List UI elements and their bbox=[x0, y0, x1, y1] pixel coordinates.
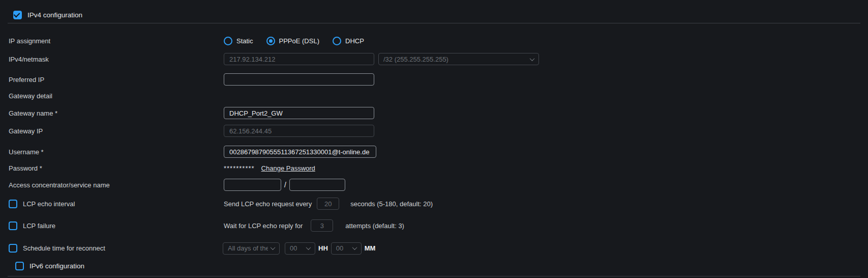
ipv6-section-row: IPv6 configuration bbox=[0, 260, 868, 271]
gateway-name-label: Gateway name * bbox=[9, 109, 57, 117]
lcp-failure-label: LCP failure bbox=[23, 222, 55, 230]
dhcp-radio-icon[interactable] bbox=[333, 37, 341, 45]
username-row: Username * bbox=[0, 146, 868, 158]
service-name-input[interactable] bbox=[289, 179, 345, 191]
ipv4-configuration-checkbox[interactable] bbox=[13, 11, 22, 19]
lcp-failure-checkbox[interactable] bbox=[9, 221, 17, 230]
static-radio-icon[interactable] bbox=[224, 37, 232, 45]
chevron-down-icon bbox=[271, 245, 276, 250]
pppoe-radio-icon[interactable] bbox=[266, 37, 275, 45]
gateway-name-row: Gateway name * bbox=[0, 107, 868, 119]
divider bbox=[8, 23, 860, 23]
lcp-failure-attempts-input bbox=[311, 219, 333, 232]
chevron-down-icon bbox=[306, 245, 311, 250]
ip-assignment-row: IP assignment Static PPPoE (DSL) DHCP bbox=[0, 35, 868, 46]
password-row: Password * ********** Change Password bbox=[0, 163, 868, 173]
gateway-detail-row: Gateway detail bbox=[0, 92, 868, 100]
ipv4-address-input bbox=[224, 53, 374, 65]
lcp-failure-text-before: Wait for LCP echo reply for bbox=[224, 222, 303, 230]
ipv4-section-row: IPv4 configuration bbox=[0, 9, 868, 20]
divider bbox=[8, 276, 860, 276]
radio-option-dhcp[interactable]: DHCP bbox=[333, 37, 364, 45]
lcp-failure-row: LCP failure Wait for LCP echo reply for … bbox=[0, 219, 868, 232]
preferred-ip-label: Preferred IP bbox=[9, 76, 44, 84]
schedule-day-select: All days of the w bbox=[223, 242, 280, 255]
access-concentrator-label: Access concentrator/service name bbox=[9, 181, 110, 189]
pppoe-configuration-panel: IPv4 configuration IP assignment Static … bbox=[0, 0, 868, 278]
netmask-select: /32 (255.255.255.255) bbox=[378, 53, 539, 65]
gateway-ip-row: Gateway IP bbox=[0, 125, 868, 137]
change-password-link[interactable]: Change Password bbox=[261, 164, 315, 172]
access-concentrator-row: Access concentrator/service name / bbox=[0, 179, 868, 191]
gateway-ip-label: Gateway IP bbox=[9, 127, 43, 135]
access-concentrator-input[interactable] bbox=[224, 179, 281, 191]
chevron-down-icon bbox=[352, 245, 357, 250]
schedule-hh-select: 00 bbox=[285, 242, 315, 255]
preferred-ip-row: Preferred IP bbox=[0, 73, 868, 86]
ipv6-configuration-checkbox[interactable] bbox=[15, 262, 24, 270]
chevron-down-icon bbox=[530, 56, 535, 61]
lcp-echo-seconds-input bbox=[317, 198, 339, 210]
separator-slash: / bbox=[284, 181, 286, 189]
lcp-echo-text-before: Send LCP echo request every bbox=[224, 200, 312, 208]
schedule-mm-select: 00 bbox=[331, 242, 362, 255]
gateway-ip-input bbox=[224, 125, 374, 137]
schedule-reconnect-row: Schedule time for reconnect All days of … bbox=[0, 242, 868, 255]
radio-option-pppoe[interactable]: PPPoE (DSL) bbox=[266, 37, 319, 45]
lcp-echo-interval-row: LCP echo interval Send LCP echo request … bbox=[0, 198, 868, 210]
lcp-echo-interval-checkbox[interactable] bbox=[9, 200, 17, 208]
ipv4-configuration-label: IPv4 configuration bbox=[27, 11, 82, 19]
schedule-reconnect-checkbox[interactable] bbox=[9, 244, 17, 253]
schedule-reconnect-label: Schedule time for reconnect bbox=[23, 244, 105, 252]
lcp-echo-interval-label: LCP echo interval bbox=[23, 200, 75, 208]
radio-option-static[interactable]: Static bbox=[224, 37, 253, 45]
mm-unit-label: MM bbox=[365, 244, 376, 252]
lcp-failure-text-after: attempts (default: 3) bbox=[345, 222, 404, 230]
ipv4-netmask-label: IPv4/netmask bbox=[9, 55, 49, 63]
username-label: Username * bbox=[9, 148, 44, 156]
gateway-detail-label: Gateway detail bbox=[9, 92, 52, 100]
password-masked-value: ********** bbox=[224, 164, 255, 172]
ipv6-configuration-label: IPv6 configuration bbox=[29, 262, 84, 270]
lcp-echo-text-after: seconds (5-180, default: 20) bbox=[350, 200, 433, 208]
ip-assignment-label: IP assignment bbox=[9, 37, 50, 45]
ip-assignment-radio-group: Static PPPoE (DSL) DHCP bbox=[224, 37, 364, 45]
hh-unit-label: HH bbox=[318, 244, 328, 252]
username-input[interactable] bbox=[224, 146, 376, 158]
gateway-name-input[interactable] bbox=[224, 107, 374, 119]
password-label: Password * bbox=[9, 164, 42, 172]
ipv4-netmask-row: IPv4/netmask /32 (255.255.255.255) bbox=[0, 53, 868, 65]
preferred-ip-input[interactable] bbox=[224, 73, 374, 86]
